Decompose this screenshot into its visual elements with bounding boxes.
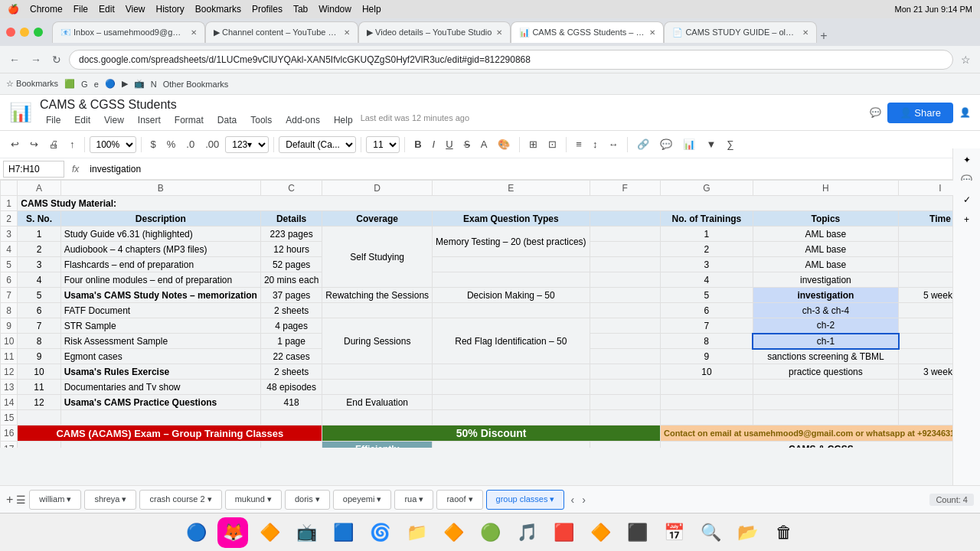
cell-H9[interactable]: ch-2	[753, 318, 898, 334]
fill-color-button[interactable]: 🎨	[493, 135, 514, 153]
plus-icon[interactable]: +	[964, 214, 969, 225]
close-icon[interactable]: ✕	[191, 28, 197, 37]
chrome-menu[interactable]: Chrome	[30, 4, 63, 15]
sheet-tab-doris[interactable]: doris ▾	[285, 490, 330, 510]
new-tab-button[interactable]: +	[817, 29, 830, 43]
dock-brave[interactable]: 🦊	[217, 517, 248, 548]
close-button[interactable]	[6, 28, 15, 37]
cell-C13[interactable]: 48 episodes	[260, 380, 322, 395]
cell-C15[interactable]	[260, 410, 322, 425]
view-menu-item[interactable]: View	[98, 113, 130, 127]
cell-F4[interactable]	[590, 242, 660, 257]
cell-A4[interactable]: 2	[18, 242, 60, 257]
dock-spotify[interactable]: 🟢	[475, 517, 505, 548]
sheet-tab-william[interactable]: william ▾	[29, 490, 81, 510]
profiles-menu[interactable]: Profiles	[252, 4, 283, 15]
cell-D2[interactable]: Coverage	[322, 211, 433, 227]
bookmark-g[interactable]: G	[81, 80, 88, 89]
tab-prev-button[interactable]: ‹	[567, 492, 577, 507]
cell-G12[interactable]: 10	[660, 364, 753, 380]
cell-C10[interactable]: 1 page	[260, 334, 322, 349]
cell-D14[interactable]: End Evaluation	[322, 395, 433, 410]
dock-chrome[interactable]: 🌀	[364, 517, 395, 548]
cell-A12[interactable]: 10	[18, 364, 60, 380]
comment-button[interactable]: 💬	[655, 135, 677, 153]
cell-B3[interactable]: Study Guide v6.31 (highlighted)	[60, 227, 260, 242]
cell-H6[interactable]: investigation	[753, 272, 898, 288]
add-sheet-button[interactable]: +	[6, 493, 13, 507]
tab-menu[interactable]: Tab	[293, 4, 308, 15]
cell-B13[interactable]: Documentaries and Tv show	[60, 380, 260, 395]
cell-B9[interactable]: STR Sample	[60, 318, 260, 334]
dock-calendar[interactable]: 📅	[658, 517, 689, 548]
cell-C5[interactable]: 52 pages	[260, 257, 322, 272]
cell-F3[interactable]	[590, 227, 660, 242]
history-menu[interactable]: History	[156, 4, 185, 15]
bookmarks-menu[interactable]: Bookmarks	[195, 4, 241, 15]
cell-C4[interactable]: 12 hours	[260, 242, 322, 257]
dock-wps[interactable]: 🟥	[548, 517, 579, 548]
cell-F11[interactable]	[590, 349, 660, 364]
tab-inbox[interactable]: 📧 Inbox – usamehmood9@gm... ✕	[52, 21, 205, 43]
sheet-tab-group-classes[interactable]: group classes ▾	[486, 490, 565, 510]
cell-C2[interactable]: Details	[260, 211, 322, 227]
redo-button[interactable]: ↪	[25, 135, 43, 153]
cell-F5[interactable]	[590, 257, 660, 272]
underline-button[interactable]: U	[441, 135, 457, 153]
col-header-A[interactable]: A	[18, 181, 60, 196]
text-color-button[interactable]: A	[476, 135, 492, 153]
cell-E3[interactable]: Memory Testing – 20 (best practices)	[433, 227, 590, 257]
apple-logo[interactable]: 🍎	[8, 4, 19, 15]
col-header-E[interactable]: E	[433, 181, 590, 196]
dock-music[interactable]: 🎵	[511, 517, 542, 548]
cell-H10[interactable]: ch-1	[753, 334, 898, 349]
cell-G9[interactable]: 7	[660, 318, 753, 334]
wrap-button[interactable]: ↔	[603, 135, 622, 153]
tab-video[interactable]: ▶ Video details – YouTube Studio ✕	[358, 21, 511, 43]
cell-H11[interactable]: sanctions screening & TBML	[753, 349, 898, 364]
zoom-select[interactable]: 100%	[90, 136, 136, 153]
cell-E17[interactable]	[433, 442, 590, 448]
borders-button[interactable]: ⊞	[524, 135, 542, 153]
cell-C14[interactable]: 418	[260, 395, 322, 410]
cell-G11[interactable]: 9	[660, 349, 753, 364]
percent-button[interactable]: %	[162, 135, 181, 153]
cell-H12[interactable]: practice questions	[753, 364, 898, 380]
align-button[interactable]: ≡	[571, 135, 586, 153]
font-size-select[interactable]: 11	[366, 136, 400, 153]
file-menu-item[interactable]: File	[40, 113, 67, 127]
edit-menu-item[interactable]: Edit	[68, 113, 96, 127]
print-button[interactable]: 🖨	[44, 135, 64, 153]
cell-F10[interactable]	[590, 334, 660, 349]
insert-menu-item[interactable]: Insert	[132, 113, 167, 127]
cell-G6[interactable]: 4	[660, 272, 753, 288]
bold-button[interactable]: B	[410, 135, 426, 153]
cell-F13[interactable]	[590, 380, 660, 395]
cell-A11[interactable]: 9	[18, 349, 60, 364]
cell-F17[interactable]	[590, 442, 660, 448]
cell-G15[interactable]	[660, 410, 753, 425]
cell-D12[interactable]	[322, 364, 433, 380]
cell-D3[interactable]: Self Studying	[322, 227, 433, 288]
filter-button[interactable]: ▼	[701, 135, 720, 153]
profile-avatar[interactable]: 👤	[959, 107, 971, 118]
cell-D16-discount[interactable]: 50% Discount	[322, 425, 661, 442]
cell-C11[interactable]: 22 cases	[260, 349, 322, 364]
cell-B2[interactable]: Description	[60, 211, 260, 227]
edit-menu[interactable]: Edit	[99, 4, 115, 15]
cell-A5[interactable]: 3	[18, 257, 60, 272]
dock-vlc[interactable]: 🔶	[585, 517, 616, 548]
dock-zoom[interactable]: 🟦	[328, 517, 358, 548]
cell-G7[interactable]: 5	[660, 288, 753, 303]
tab-next-button[interactable]: ›	[579, 492, 589, 507]
cell-H3[interactable]: AML base	[753, 227, 898, 242]
help-menu-item[interactable]: Help	[328, 113, 359, 127]
data-menu-item[interactable]: Data	[211, 113, 243, 127]
share-button[interactable]: 👤 Share	[887, 103, 953, 123]
cell-B8[interactable]: FATF Document	[60, 303, 260, 318]
sheet-tab-raoof[interactable]: raoof ▾	[436, 490, 482, 510]
strikethrough-button[interactable]: S̶	[459, 135, 475, 153]
window-menu[interactable]: Window	[318, 4, 351, 15]
dock-spotlight[interactable]: 🔍	[695, 517, 726, 548]
cell-B4[interactable]: Audiobook – 4 chapters (MP3 files)	[60, 242, 260, 257]
